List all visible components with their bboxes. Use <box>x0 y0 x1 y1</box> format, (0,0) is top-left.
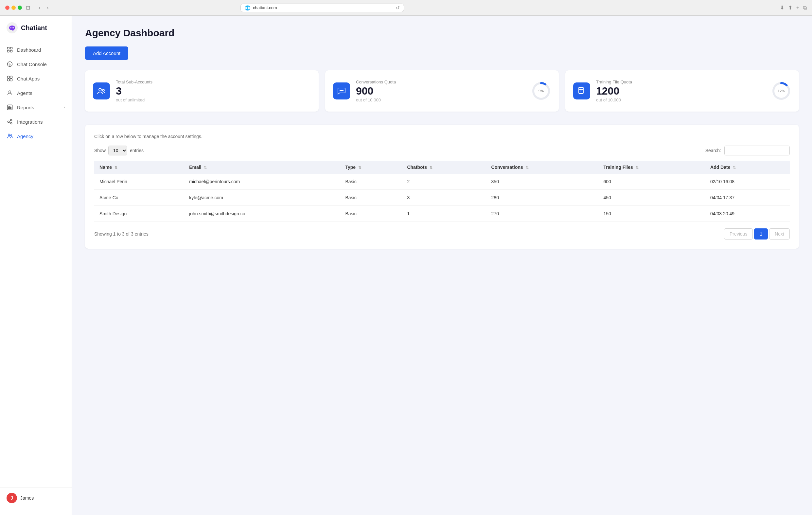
training-ring-chart: 12% <box>772 81 791 101</box>
reports-icon <box>6 104 13 111</box>
training-icon <box>577 87 586 95</box>
table-row[interactable]: Acme Co kyle@acme.com Basic 3 280 450 04… <box>94 190 790 206</box>
sort-icon-chatbots: ⇅ <box>430 166 433 170</box>
share-button[interactable]: ⬆ <box>788 5 792 11</box>
training-ring-label: 12% <box>778 89 785 93</box>
col-email[interactable]: Email ⇅ <box>184 161 340 174</box>
stat-card-training-files: Training File Quota 1200 out of 10,000 1… <box>565 70 799 112</box>
svg-point-24 <box>340 90 341 91</box>
stat-info-sub-accounts: Total Sub-Accounts 3 out of unlimited <box>116 80 311 103</box>
avatar: J <box>6 493 17 503</box>
sidebar-item-agents[interactable]: Agents <box>0 86 71 100</box>
maximize-dot[interactable] <box>18 5 22 10</box>
sidebar-item-chat-console[interactable]: Chat Console <box>0 57 71 71</box>
cell-chatbots-2: 1 <box>402 206 486 222</box>
stat-label-training: Training File Quota <box>596 80 765 84</box>
sidebar-item-reports[interactable]: Reports › <box>0 100 71 115</box>
table-row[interactable]: Michael Perin michael@perintours.com Bas… <box>94 174 790 190</box>
svg-point-22 <box>99 88 102 91</box>
sidebar-logo: Chatiant <box>0 22 71 42</box>
tab-overview-button[interactable]: ⧉ <box>803 5 807 11</box>
svg-rect-4 <box>7 48 9 49</box>
cell-email-1: kyle@acme.com <box>184 190 340 206</box>
conversations-icon <box>337 87 346 95</box>
col-name[interactable]: Name ⇅ <box>94 161 184 174</box>
svg-point-2 <box>12 27 13 28</box>
svg-rect-14 <box>7 105 12 110</box>
svg-line-19 <box>9 122 10 123</box>
svg-rect-11 <box>7 79 10 81</box>
stat-label-sub-accounts: Total Sub-Accounts <box>116 80 311 84</box>
stat-sub-conversations: out of 10,000 <box>356 97 525 103</box>
conversations-ring-chart: 9% <box>531 81 551 101</box>
reports-chevron-icon: › <box>64 105 65 110</box>
svg-line-18 <box>9 120 10 121</box>
browser-chrome: ⊡ ‹ › 🌐 chatiant.com ↺ ⬇ ⬆ + ⧉ <box>0 0 812 16</box>
search-label: Search: <box>705 148 721 153</box>
svg-point-13 <box>9 91 11 93</box>
download-button[interactable]: ⬇ <box>780 5 784 11</box>
sidebar-toggle-button[interactable]: ⊡ <box>26 5 30 11</box>
browser-traffic-lights <box>5 5 22 10</box>
entries-select[interactable]: 10 25 50 <box>108 146 127 155</box>
col-chatbots[interactable]: Chatbots ⇅ <box>402 161 486 174</box>
svg-rect-6 <box>7 50 9 52</box>
next-button[interactable]: Next <box>769 228 790 239</box>
previous-button[interactable]: Previous <box>724 228 753 239</box>
sort-icon-conversations: ⇅ <box>526 166 529 170</box>
col-type[interactable]: Type ⇅ <box>340 161 402 174</box>
showing-text: Showing 1 to 3 of 3 entries <box>94 231 148 236</box>
sidebar-item-label-reports: Reports <box>17 105 34 110</box>
col-training-files[interactable]: Training Files ⇅ <box>598 161 705 174</box>
stat-sub-sub-accounts: out of unlimited <box>116 97 311 103</box>
logo-text: Chatiant <box>21 24 47 32</box>
cell-date-2: 04/03 20:49 <box>705 206 790 222</box>
back-button[interactable]: ‹ <box>37 4 42 11</box>
pagination: Showing 1 to 3 of 3 entries Previous 1 N… <box>94 228 790 239</box>
new-tab-button[interactable]: + <box>796 5 799 11</box>
svg-point-20 <box>8 134 10 136</box>
stat-label-conversations: Conversations Quota <box>356 80 525 84</box>
show-label: Show <box>94 148 106 153</box>
show-entries: Show 10 25 50 entries <box>94 146 144 155</box>
cell-type-0: Basic <box>340 174 402 190</box>
svg-rect-10 <box>10 76 12 79</box>
sidebar-item-dashboard[interactable]: Dashboard <box>0 42 71 57</box>
stat-value-training: 1200 <box>596 86 765 96</box>
svg-rect-5 <box>10 48 12 49</box>
stat-info-training: Training File Quota 1200 out of 10,000 <box>596 80 765 103</box>
table-section: Click on a row below to manage the accou… <box>85 125 799 249</box>
table-header-row: Name ⇅ Email ⇅ Type ⇅ Chatbots <box>94 161 790 174</box>
table-row[interactable]: Smith Design john.smith@smithdesign.co B… <box>94 206 790 222</box>
col-add-date[interactable]: Add Date ⇅ <box>705 161 790 174</box>
sidebar-item-integrations[interactable]: Integrations <box>0 115 71 129</box>
close-dot[interactable] <box>5 5 9 10</box>
svg-rect-9 <box>7 76 10 79</box>
browser-actions: ⬇ ⬆ + ⧉ <box>780 5 807 11</box>
cell-type-1: Basic <box>340 190 402 206</box>
page-1-button[interactable]: 1 <box>754 228 768 239</box>
cell-training-0: 600 <box>598 174 705 190</box>
cell-conversations-2: 270 <box>486 206 598 222</box>
cell-name-2: Smith Design <box>94 206 184 222</box>
sidebar-item-chat-apps[interactable]: Chat Apps <box>0 71 71 86</box>
url-bar[interactable]: 🌐 chatiant.com ↺ <box>240 4 404 12</box>
integrations-icon <box>6 118 13 125</box>
reload-button[interactable]: ↺ <box>396 5 400 10</box>
table-hint: Click on a row below to manage the accou… <box>94 134 790 139</box>
sidebar-item-label-agents: Agents <box>17 90 32 96</box>
sidebar-item-agency[interactable]: Agency <box>0 129 71 143</box>
cell-name-1: Acme Co <box>94 190 184 206</box>
search-input[interactable] <box>724 146 790 155</box>
search-control: Search: <box>705 146 790 155</box>
stat-sub-training: out of 10,000 <box>596 97 765 103</box>
col-conversations[interactable]: Conversations ⇅ <box>486 161 598 174</box>
minimize-dot[interactable] <box>11 5 16 10</box>
training-icon-box <box>573 82 590 99</box>
cell-chatbots-1: 3 <box>402 190 486 206</box>
stat-card-conversations: Conversations Quota 900 out of 10,000 9% <box>325 70 559 112</box>
forward-button[interactable]: › <box>45 4 50 11</box>
add-account-button[interactable]: Add Account <box>85 47 128 60</box>
stat-info-conversations: Conversations Quota 900 out of 10,000 <box>356 80 525 103</box>
svg-rect-29 <box>579 87 583 93</box>
